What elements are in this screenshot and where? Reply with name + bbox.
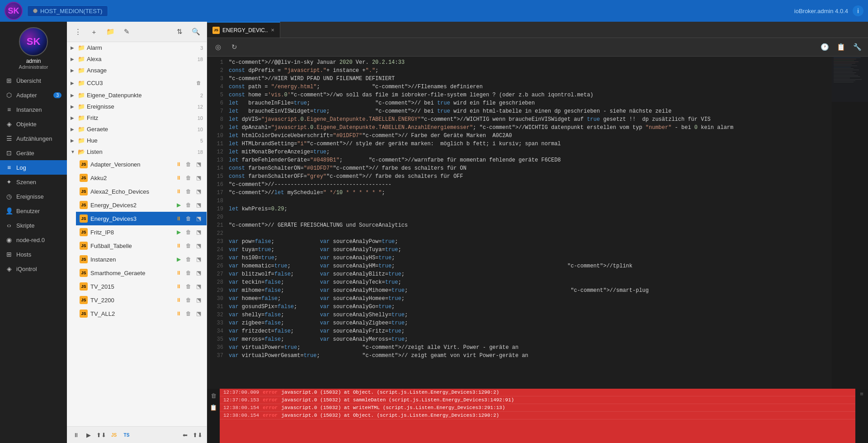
pause-button[interactable]: ⏸ [174,160,183,169]
tab-close-button[interactable]: ✕ [271,28,274,33]
delete-button[interactable]: 🗑 [184,255,193,264]
export-button[interactable]: ⬔ [194,160,203,169]
sidebar-item-log[interactable]: ≡ Log [0,160,67,175]
sidebar-item-objekte[interactable]: ◈ Objekte [0,117,67,131]
delete-button[interactable]: 🗑 [184,187,193,196]
sidebar-item-szenen[interactable]: ✦ Szenen [0,175,67,189]
sort-button[interactable]: ⇅ [173,25,186,38]
settings-button[interactable]: 🔧 [851,41,863,53]
folder-ereignisse[interactable]: ▶ 📁 Ereignisse 12 [67,101,207,112]
delete-button[interactable]: 🗑 [184,241,193,250]
add-folder-button[interactable]: 📁 [104,25,117,38]
history-button[interactable]: 🕐 [818,41,831,53]
folder-ccu3[interactable]: ▶ 📁 CCU3 🗑 [67,76,207,90]
export-button[interactable]: ⬔ [194,228,203,237]
pause-all-button[interactable]: ⏸ [71,429,81,440]
file-alexa2-echo[interactable]: JS Alexa2_Echo_Devices ⏸ 🗑 ⬔ [76,185,207,198]
pause-button[interactable]: ⏸ [174,309,183,318]
topbar-info-icon[interactable]: i [853,5,863,16]
sidebar-item-hosts[interactable]: ⊞ Hosts [0,247,67,262]
delete-folder-button[interactable]: 🗑 [194,78,203,87]
copy-log-button[interactable]: 📋 [208,402,218,412]
js-filter-button[interactable]: JS [108,429,119,440]
folder-ansage[interactable]: ▶ 📁 Ansage [67,65,207,76]
delete-button[interactable]: 🗑 [184,160,193,169]
sidebar-item-instanzen[interactable]: ≡ Instanzen [0,102,67,117]
collapse-button[interactable]: ⬅ [179,429,190,440]
file-adapter-versionen[interactable]: JS Adapter_Versionen ⏸ 🗑 ⬔ [76,157,207,171]
file-smarthome[interactable]: JS Smarthome_Geraete ⏸ 🗑 ⬔ [76,266,207,280]
tab-energy-devices3[interactable]: JS ENERGY_DEVIC.. ✕ [207,22,280,38]
file-tvall2[interactable]: JS TV_ALL2 ⏸ 🗑 ⬔ [76,307,207,320]
pause-button[interactable]: ⏸ [174,187,183,196]
delete-button[interactable]: 🗑 [184,268,193,277]
export-button[interactable]: ⬔ [194,295,203,305]
export-button[interactable]: ⬔ [194,173,203,182]
export-button[interactable]: ⬔ [194,268,203,277]
file-energy-devices2[interactable]: JS Energy_Devices2 ▶ 🗑 ⬔ [76,198,207,212]
run-button[interactable]: ◎ [212,41,224,53]
file-akku2[interactable]: JS Akku2 ⏸ 🗑 ⬔ [76,171,207,185]
folder-count: 10 [198,127,203,132]
refresh-button[interactable]: ↻ [228,41,241,53]
export-button[interactable]: ⬔ [194,187,203,196]
add-script-button[interactable]: + [88,25,100,38]
more-options-button[interactable]: ⋮ [71,25,84,38]
folder-geraete[interactable]: ▶ 📁 Geraete 10 [67,124,207,135]
delete-button[interactable]: 🗑 [184,295,193,305]
sidebar-item-adapter[interactable]: ⬡ Adapter 3 [0,88,67,102]
play-button[interactable]: ▶ [174,200,183,210]
folder-hue[interactable]: ▶ 📁 Hue 5 [67,135,207,146]
file-instanzen[interactable]: JS Instanzen ▶ 🗑 ⬔ [76,252,207,266]
expand-button[interactable]: ⬆⬇ [192,429,203,440]
file-fritz-ip8[interactable]: JS Fritz_IP8 ▶ 🗑 ⬔ [76,225,207,239]
delete-button[interactable]: 🗑 [184,214,193,223]
export-button[interactable]: ⬔ [194,309,203,318]
folder-alarm[interactable]: ▶ 📁 Alarm 3 [67,42,207,53]
folder-fritz[interactable]: ▶ 📁 Fritz 10 [67,112,207,124]
pause-button[interactable]: ⏸ [174,295,183,305]
edit-button[interactable]: ✎ [120,25,133,38]
search-button[interactable]: 🔍 [189,25,202,38]
host-selector[interactable]: HOST_MEDION(TEST) [27,5,108,17]
ts-filter-button[interactable]: TS [121,429,132,440]
export-button[interactable]: ⬔ [194,255,203,264]
delete-button[interactable]: 🗑 [184,228,193,237]
export-button[interactable]: ⬔ [194,214,203,223]
export-button[interactable]: ⬔ [194,200,203,210]
pause-button[interactable]: ⏸ [174,214,183,223]
delete-button[interactable]: 🗑 [184,282,193,291]
delete-button[interactable]: 🗑 [184,200,193,210]
copy-button[interactable]: 📋 [835,41,847,53]
code-editor[interactable]: "c-comment">//@@liv-in-sky Januar 2020 V… [225,57,832,389]
file-fussball[interactable]: JS Fußball_Tabelle ⏸ 🗑 ⬔ [76,239,207,252]
pause-button[interactable]: ⏸ [174,282,183,291]
sidebar-item-geraete[interactable]: ⊡ Geräte [0,146,67,160]
folder-alexa[interactable]: ▶ 📁 Alexa 18 [67,53,207,65]
delete-button[interactable]: 🗑 [184,173,193,182]
pause-button[interactable]: ⏸ [174,268,183,277]
pause-button[interactable]: ⏸ [174,173,183,182]
log-expand-icon[interactable]: ≡ [860,391,863,397]
sidebar-item-skripte[interactable]: ‹› Skripte [0,218,67,233]
sidebar-item-iqontrol[interactable]: ◈ iQontrol [0,262,67,276]
sidebar-item-nodered[interactable]: ◉ node-red.0 [0,233,67,247]
delete-button[interactable]: 🗑 [184,309,193,318]
file-tv2200[interactable]: JS TV_2200 ⏸ 🗑 ⬔ [76,293,207,307]
sidebar-item-ereignisse[interactable]: ◷ Ereignisse [0,189,67,204]
file-tv2015[interactable]: JS TV_2015 ⏸ 🗑 ⬔ [76,280,207,293]
play-button[interactable]: ▶ [174,255,183,264]
sidebar-item-benutzer[interactable]: 👤 Benutzer [0,204,67,218]
clear-log-button[interactable]: 🗑 [208,391,218,400]
sidebar-item-uebersicht[interactable]: ⊞ Übersicht [0,73,67,88]
export-button[interactable]: ⬔ [194,241,203,250]
folder-eigene[interactable]: ▶ 📁 Eigene_Datenpunkte 2 [67,90,207,101]
folder-listen[interactable]: ▼ 📂 Listen 18 JS Adapter_Versionen ⏸ 🗑 ⬔ [67,146,207,320]
move-button[interactable]: ⬆⬇ [96,429,107,440]
file-energy-devices3[interactable]: JS Energy_Devices3 ⏸ 🗑 ⬔ [76,212,207,225]
play-all-button[interactable]: ▶ [83,429,94,440]
sidebar-item-aufzaehlungen[interactable]: ☰ Aufzählungen [0,131,67,146]
pause-button[interactable]: ⏸ [174,241,183,250]
play-button[interactable]: ▶ [174,228,183,237]
export-button[interactable]: ⬔ [194,282,203,291]
